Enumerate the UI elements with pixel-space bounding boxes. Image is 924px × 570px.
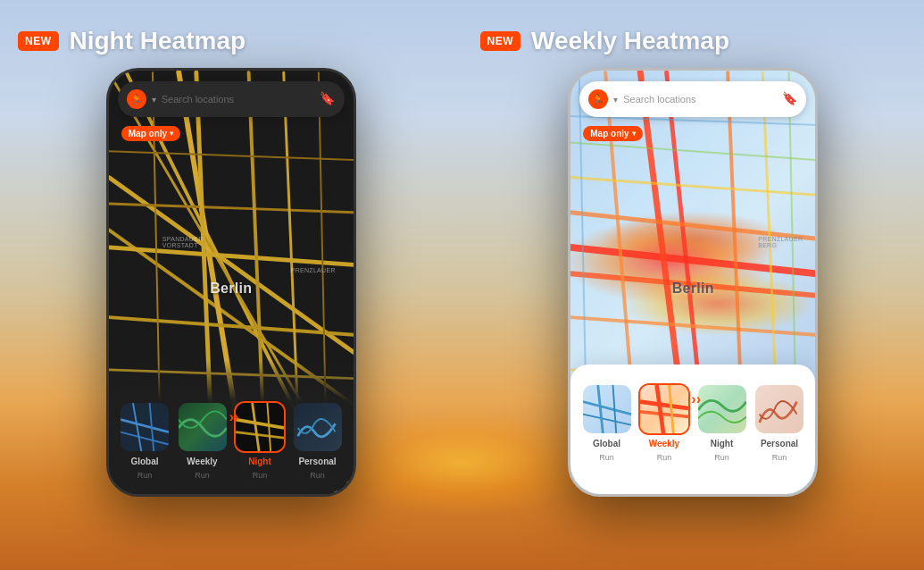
svg-line-25 — [570, 247, 815, 273]
thumb-night-weekly-svg — [698, 385, 746, 433]
left-section: NEW Night Heatmap — [18, 27, 445, 497]
right-thumb-weekly — [638, 383, 690, 435]
left-chevron: ▾ — [152, 95, 156, 105]
page-container: NEW Night Heatmap — [0, 0, 924, 570]
right-topbar: 🏃 ▾ Search locations 🔖 — [579, 81, 806, 117]
svg-line-22 — [236, 432, 284, 439]
left-thumb-night — [234, 401, 286, 453]
left-label-night: Night — [248, 457, 271, 467]
left-app-icon: 🏃 — [127, 89, 146, 109]
svg-line-39 — [570, 116, 815, 125]
thumb-global-night-svg — [121, 403, 169, 451]
right-tray-item-global[interactable]: Global Run — [581, 383, 633, 462]
left-topbar: 🏃 ▾ Search locations 🔖 — [118, 81, 345, 117]
left-filter-label: Map only — [129, 129, 167, 138]
right-sublabel-global: Run — [599, 453, 614, 462]
left-tray-item-night[interactable]: Night Run — [234, 401, 286, 480]
right-label-night: Night — [711, 439, 734, 449]
right-thumb-personal — [753, 383, 805, 435]
right-phone: GESUNDBRUNNEN PANKOW PRENZLAUERBERG Berl… — [568, 68, 818, 497]
left-sublabel-global: Run — [137, 471, 153, 480]
left-thumb-personal — [292, 401, 344, 453]
thumb-weekly-weekly-svg — [640, 385, 688, 433]
left-new-badge: NEW — [18, 31, 59, 51]
right-filter-label: Map only — [590, 129, 628, 138]
right-chevron: ▾ — [613, 95, 618, 105]
left-tray-item-personal[interactable]: Personal Run — [292, 401, 344, 480]
svg-line-46 — [640, 401, 688, 407]
left-tray-item-global[interactable]: Global Run — [119, 401, 171, 480]
left-search[interactable]: Search locations — [162, 94, 314, 105]
left-thumb-global — [119, 401, 171, 453]
right-tray-item-weekly[interactable]: Weekly Run ›› — [638, 383, 690, 462]
right-thumb-night — [696, 383, 748, 435]
right-city-label: Berlin — [672, 281, 714, 297]
thumb-global-weekly-svg — [583, 385, 631, 433]
svg-line-16 — [121, 420, 169, 432]
left-phone-screen: GESUNDBRUNNEN PANKOW SPANDAUERVORSTADT P… — [109, 71, 354, 494]
right-label-personal: Personal — [761, 439, 798, 449]
svg-line-8 — [109, 204, 354, 213]
left-sublabel-weekly: Run — [195, 471, 210, 480]
left-phone-frame: GESUNDBRUNNEN PANKOW SPANDAUERVORSTADT P… — [106, 68, 356, 497]
thumb-weekly-night-svg — [179, 403, 227, 451]
right-filter[interactable]: Map only ▾ — [583, 126, 642, 141]
svg-line-21 — [236, 420, 284, 428]
right-label-weekly: Weekly — [649, 439, 679, 449]
thumb-night-svg — [236, 403, 284, 451]
left-title-row: NEW Night Heatmap — [18, 27, 246, 55]
svg-line-17 — [121, 432, 169, 445]
svg-line-18 — [133, 403, 141, 451]
right-phone-frame: GESUNDBRUNNEN PANKOW PRENZLAUERBERG Berl… — [568, 68, 818, 497]
svg-line-43 — [583, 414, 631, 424]
svg-line-36 — [570, 142, 815, 160]
right-sublabel-weekly: Run — [657, 453, 672, 462]
right-sublabel-personal: Run — [772, 453, 787, 462]
map-label-spandauer: SPANDAUERVORSTADT — [162, 236, 204, 248]
svg-line-44 — [597, 385, 603, 433]
svg-line-23 — [253, 403, 259, 451]
right-tray-item-night[interactable]: Night Run — [696, 383, 748, 462]
right-section: NEW Weekly Heatmap — [480, 27, 907, 497]
right-map-label-prenz: PRENZLAUERBERG — [758, 236, 803, 248]
left-thumb-weekly — [177, 401, 229, 453]
right-thumb-global — [581, 383, 633, 435]
right-double-chevron: ›› — [691, 392, 701, 407]
svg-line-42 — [583, 401, 631, 414]
right-label-global: Global — [593, 439, 620, 449]
left-tray-item-weekly[interactable]: Weekly Run ›› — [177, 401, 229, 480]
right-section-title: Weekly Heatmap — [531, 27, 729, 55]
left-label-global: Global — [130, 457, 158, 467]
left-double-chevron: ›› — [229, 410, 239, 424]
thumb-personal-night-svg — [294, 403, 342, 451]
svg-line-29 — [570, 213, 815, 239]
right-tray: Global Run — [570, 365, 815, 494]
svg-line-13 — [109, 151, 354, 160]
left-filter-chevron: ▾ — [170, 130, 173, 138]
right-phone-screen: GESUNDBRUNNEN PANKOW PRENZLAUERBERG Berl… — [570, 71, 815, 494]
right-filter-chevron: ▾ — [632, 130, 636, 138]
right-search[interactable]: Search locations — [623, 94, 776, 105]
left-label-weekly: Weekly — [187, 457, 217, 467]
svg-line-49 — [670, 385, 674, 433]
right-title-row: NEW Weekly Heatmap — [480, 27, 730, 55]
svg-line-33 — [570, 178, 815, 196]
right-new-badge: NEW — [480, 31, 521, 51]
left-tray: Global Run — [109, 360, 354, 494]
left-tray-items: Global Run — [109, 401, 354, 480]
left-bookmark-icon[interactable]: 🔖 — [320, 91, 336, 107]
map-label-prenz: PRENZLAUER — [291, 267, 336, 273]
svg-line-47 — [640, 411, 688, 416]
left-sublabel-night: Run — [253, 471, 268, 480]
left-filter[interactable]: Map only ▾ — [121, 126, 180, 141]
right-bookmark-icon[interactable]: 🔖 — [781, 91, 797, 107]
thumb-personal-weekly-svg — [755, 385, 803, 433]
right-sublabel-night: Run — [714, 453, 729, 462]
left-sublabel-personal: Run — [310, 471, 325, 480]
left-phone: GESUNDBRUNNEN PANKOW SPANDAUERVORSTADT P… — [106, 68, 356, 497]
left-city-label: Berlin — [210, 281, 252, 297]
svg-line-48 — [657, 385, 663, 433]
left-section-title: Night Heatmap — [70, 27, 246, 55]
right-tray-item-personal[interactable]: Personal Run — [753, 383, 805, 462]
left-label-personal: Personal — [298, 457, 336, 467]
